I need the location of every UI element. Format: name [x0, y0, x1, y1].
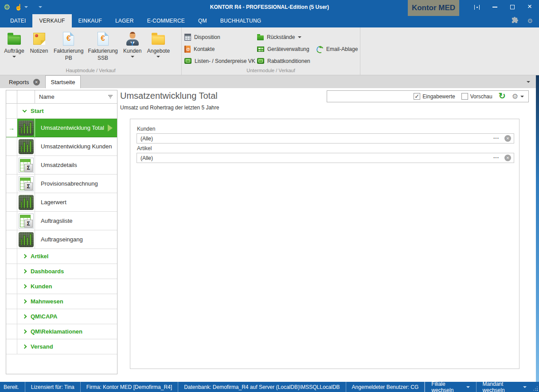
tree-group-versand[interactable]: Versand: [6, 339, 117, 354]
ribbon-item-disposition[interactable]: Disposition: [184, 31, 257, 43]
chevron-right-icon[interactable]: [23, 314, 27, 319]
tree-item-provisionsabrechnung[interactable]: Provisionsabrechnung: [6, 175, 117, 193]
vorschau-checkbox[interactable]: Vorschau: [461, 93, 492, 100]
clear-icon[interactable]: [504, 155, 511, 161]
menu-tab-einkauf[interactable]: EINKAUF: [72, 14, 109, 27]
checkbox-unchecked-icon[interactable]: [461, 93, 468, 100]
email-sync-icon: [316, 46, 323, 53]
bar-chart-icon: [19, 232, 34, 247]
refresh-icon[interactable]: [499, 93, 506, 100]
chevron-right-icon[interactable]: [23, 269, 27, 274]
tree-item-umsatzentwicklung-total[interactable]: Umsatzentwicklung Total: [6, 119, 117, 137]
tree-item-lagerwert[interactable]: Lagerwert: [6, 193, 117, 212]
eingabewerte-checkbox[interactable]: Eingabewerte: [414, 93, 455, 100]
name-column-header[interactable]: Name: [35, 90, 117, 103]
mandant-wechseln-button[interactable]: Mandant wechseln: [476, 382, 533, 392]
calculator-icon: [184, 34, 191, 41]
chevron-down-icon[interactable]: [23, 108, 27, 113]
ellipsis-button[interactable]: [493, 153, 499, 159]
window-controls: [474, 0, 532, 14]
filter-icon[interactable]: [108, 95, 113, 99]
person-icon: [125, 32, 140, 46]
menu-tab-verkauf[interactable]: VERKAUF: [32, 14, 71, 27]
close-tab-icon[interactable]: [33, 79, 40, 85]
tab-reports[interactable]: Reports: [4, 76, 45, 88]
maximize-button[interactable]: [510, 5, 515, 9]
green-folder-icon: [8, 35, 21, 45]
play-icon: [108, 124, 113, 132]
price-list-icon: [184, 58, 191, 64]
euro-document-icon: [63, 32, 74, 46]
checkbox-checked-icon[interactable]: [414, 93, 420, 100]
ribbon-button-kunden[interactable]: Kunden: [120, 30, 145, 58]
tree-item-umsatzdetails[interactable]: Umsatzdetails: [6, 156, 117, 175]
filiale-wechseln-button[interactable]: Filiale wechseln: [425, 382, 476, 392]
ribbon-button-angebote[interactable]: Angebote: [145, 30, 172, 58]
ribbon-item-rabattkonditionen[interactable]: Rabattkonditionen: [257, 55, 316, 67]
ribbon-button-notizen[interactable]: Notizen: [27, 30, 51, 54]
sum-table-icon: [19, 158, 34, 173]
chevron-right-icon[interactable]: [23, 330, 27, 334]
ribbon-item-rueckstaende[interactable]: Rückstände: [257, 31, 316, 43]
close-button[interactable]: [527, 4, 532, 10]
ribbon-item-kontakte[interactable]: Kontakte: [184, 43, 257, 55]
icon-column: [17, 90, 35, 103]
statusbar: Bereit. Lizensiert für: Tina Firma: Kont…: [0, 382, 539, 392]
report-title: Umsatzentwicklung Total: [120, 91, 218, 101]
ribbon-tab-bar: DATEI VERKAUF EINKAUF LAGER E-COMMERCE Q…: [0, 14, 539, 27]
kunden-filter-input[interactable]: (Alle): [137, 133, 514, 144]
resize-grip[interactable]: [533, 382, 539, 392]
bar-chart-icon: [19, 120, 34, 136]
tree-group-start[interactable]: Start: [6, 104, 117, 119]
ribbon-item-email-ablage[interactable]: Email-Ablage: [316, 43, 360, 55]
ellipsis-button[interactable]: [493, 134, 499, 140]
document-tab-bar: Reports Startseite: [0, 75, 539, 88]
company-badge[interactable]: Kontor MED: [408, 0, 459, 16]
tree-group-artikel[interactable]: Artikel: [6, 249, 117, 264]
chevron-right-icon[interactable]: [23, 345, 27, 349]
current-row-arrow-icon: [8, 124, 15, 132]
minimize-button[interactable]: [492, 7, 497, 8]
chevron-right-icon[interactable]: [23, 284, 27, 289]
menu-tab-lager[interactable]: LAGER: [109, 14, 141, 27]
ribbon-button-fakturierung-ssb[interactable]: Fakturierung SSB: [86, 30, 120, 61]
ribbon: Aufträge Notizen Fakturierung PB Fakturi…: [0, 27, 539, 75]
artikel-filter-input[interactable]: (Alle): [137, 153, 514, 163]
plugin-puzzle-icon[interactable]: [511, 17, 518, 25]
tab-startseite[interactable]: Startseite: [45, 75, 81, 88]
tree-item-auftragsliste[interactable]: Auftragsliste: [6, 212, 117, 230]
report-navigator: Name Start Umsatzentwicklung Total Umsat…: [6, 90, 117, 374]
clear-icon[interactable]: [504, 135, 511, 142]
settings-gear-icon[interactable]: [527, 17, 533, 24]
navigator-header: Name: [6, 90, 117, 104]
tree-group-kunden[interactable]: Kunden: [6, 279, 117, 294]
dock-window-icon[interactable]: [474, 5, 480, 10]
ribbon-button-fakturierung-pb[interactable]: Fakturierung PB: [51, 30, 86, 61]
ribbon-button-auftraege[interactable]: Aufträge: [2, 30, 27, 58]
tree-item-umsatzentwicklung-kunden[interactable]: Umsatzentwicklung Kunden: [6, 137, 117, 156]
desktop-edge: [536, 75, 539, 382]
ribbon-item-geraeteverwaltung[interactable]: Geräteverwaltung: [257, 43, 316, 55]
kunden-filter-label: Kunden: [137, 126, 155, 132]
chevron-right-icon[interactable]: [23, 254, 27, 259]
row-indicator-column: [6, 90, 17, 103]
chevron-right-icon[interactable]: [23, 299, 27, 304]
tab-list-chevron-icon[interactable]: [527, 81, 530, 83]
artikel-filter-label: Artikel: [137, 145, 152, 151]
tree-group-dashboards[interactable]: Dashboards: [6, 264, 117, 279]
tree-item-auftragseingang[interactable]: Auftragseingang: [6, 230, 117, 249]
menu-tab-buchhaltung[interactable]: BUCHHALTUNG: [214, 14, 268, 27]
menu-tab-qm[interactable]: QM: [191, 14, 214, 27]
tab-label: Startseite: [51, 79, 75, 85]
report-settings-button[interactable]: [512, 92, 524, 101]
tree-group-mahnwesen[interactable]: Mahnwesen: [6, 294, 117, 309]
menu-tab-ecommerce[interactable]: E-COMMERCE: [141, 14, 191, 27]
device-board-icon: [257, 47, 264, 52]
menu-tab-datei[interactable]: DATEI: [4, 14, 32, 27]
chevron-down-icon: [466, 386, 470, 388]
tab-label: Reports: [9, 79, 29, 85]
tree-group-qm-reklamationen[interactable]: QM\Reklamationen: [6, 324, 117, 339]
status-company: Firma: Kontor MED [Demofirma_R4]: [81, 382, 178, 392]
ribbon-item-listen-sonderpreise[interactable]: Listen- / Sonderpreise VK: [184, 55, 257, 67]
tree-group-qm-capa[interactable]: QM\CAPA: [6, 309, 117, 324]
